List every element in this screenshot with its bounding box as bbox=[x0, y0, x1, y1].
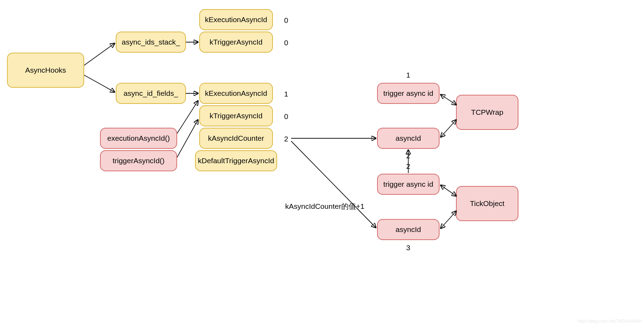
svg-line-9 bbox=[441, 95, 456, 105]
node-trigger-async-id-tick: trigger async id bbox=[377, 174, 440, 195]
svg-line-7 bbox=[291, 141, 376, 227]
node-async-id-tcp: asyncId bbox=[377, 128, 440, 149]
edge-label-counter: kAsyncIdCounter的值+1 bbox=[285, 201, 364, 211]
node-k-execution-async-id-1: kExecutionAsyncId bbox=[199, 9, 273, 30]
value-kexec2: 1 bbox=[284, 90, 288, 98]
node-tick-object: TickObject bbox=[456, 186, 518, 221]
node-k-trigger-async-id-1: kTriggerAsyncId bbox=[199, 32, 273, 53]
value-ktrig1: 0 bbox=[284, 39, 288, 47]
node-async-id-fields: async_id_fields_ bbox=[116, 83, 186, 104]
arrows-layer bbox=[0, 0, 644, 325]
value-async-tick-below: 3 bbox=[406, 244, 410, 252]
node-async-ids-stack: async_ids_stack_ bbox=[116, 32, 186, 53]
svg-line-4 bbox=[177, 101, 198, 133]
svg-line-10 bbox=[441, 120, 456, 137]
node-async-id-tick: asyncId bbox=[377, 219, 440, 240]
value-async-tcp-above: 2 bbox=[406, 152, 410, 160]
node-execution-async-id-fn: executionAsyncId() bbox=[100, 128, 177, 149]
node-trigger-async-id-tcp: trigger async id bbox=[377, 83, 440, 104]
node-k-trigger-async-id-2: kTriggerAsyncId bbox=[199, 105, 273, 126]
watermark: https://blog.csdn.net/THEANARKH bbox=[577, 319, 642, 324]
svg-line-5 bbox=[177, 120, 198, 157]
svg-line-0 bbox=[84, 44, 114, 65]
value-trigger-tick-above: 2 bbox=[406, 162, 410, 171]
svg-line-1 bbox=[84, 75, 114, 92]
node-k-async-id-counter: kAsyncIdCounter bbox=[199, 128, 273, 149]
svg-line-12 bbox=[441, 211, 456, 228]
value-trigger-tcp: 1 bbox=[406, 71, 410, 79]
svg-line-11 bbox=[441, 185, 456, 196]
node-async-hooks: AsyncHooks bbox=[7, 53, 84, 88]
value-ktrig2: 0 bbox=[284, 112, 288, 121]
node-trigger-async-id-fn: triggerAsyncId() bbox=[100, 150, 177, 171]
node-k-execution-async-id-2: kExecutionAsyncId bbox=[199, 83, 273, 104]
value-kexec1: 0 bbox=[284, 16, 288, 25]
node-tcp-wrap: TCPWrap bbox=[456, 95, 518, 130]
node-k-default-trigger-async-id: kDefaultTriggerAsyncId bbox=[195, 150, 277, 171]
value-kcounter: 2 bbox=[284, 135, 288, 143]
